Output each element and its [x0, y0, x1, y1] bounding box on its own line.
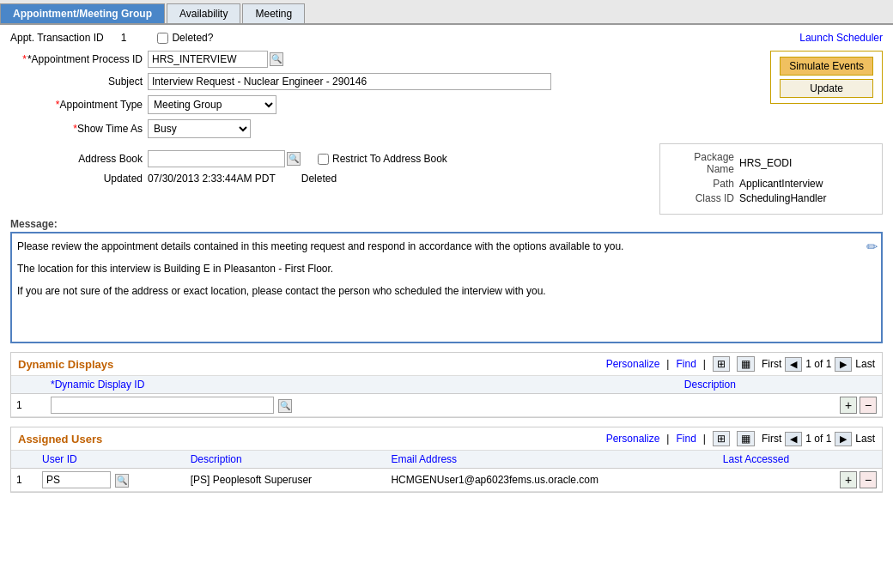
deleted-checkbox-group: Deleted?: [157, 32, 213, 44]
assigned-users-prev-btn[interactable]: ◀: [785, 432, 802, 446]
simulate-panel: Simulate Events Update: [770, 51, 883, 104]
appointment-type-row: *Appointment Type Meeting Group Single: [10, 95, 753, 114]
au-col-email: Email Address: [386, 451, 717, 469]
updated-row: Updated 07/30/2013 2:33:44AM PDT Deleted: [10, 173, 642, 185]
dynamic-displays-find-link[interactable]: Find: [676, 358, 696, 370]
assigned-users-personalize-link[interactable]: Personalize: [606, 433, 660, 445]
au-add-row-btn[interactable]: +: [840, 471, 857, 488]
au-col-num: [11, 451, 37, 469]
appt-process-id-input[interactable]: [148, 51, 268, 68]
top-row: Appt. Transaction ID 1 Deleted? Launch S…: [10, 32, 883, 44]
tab-availability[interactable]: Availability: [167, 3, 240, 23]
au-row-description: [PS] Peoplesoft Superuser: [185, 469, 386, 492]
message-line3: If you are not sure of the address or ex…: [17, 283, 876, 299]
class-id-row: Class ID SchedulingHandler: [671, 192, 872, 204]
subject-row: Subject: [10, 73, 753, 90]
assigned-users-first-label: First: [762, 433, 781, 445]
view-icon[interactable]: ⊞: [713, 356, 730, 372]
au-col-description: Description: [185, 451, 386, 469]
assigned-users-table: User ID Description Email Address Last A…: [11, 451, 882, 492]
path-row: Path ApplicantInterview: [671, 178, 872, 190]
update-button[interactable]: Update: [780, 79, 873, 98]
assigned-users-controls: Personalize | Find | ⊞ ▦ First ◀ 1 of 1 …: [606, 431, 875, 446]
dd-col-description: Description: [679, 376, 835, 394]
au-col-actions: [835, 451, 882, 469]
dynamic-display-id-input[interactable]: [51, 397, 274, 414]
table-row: 1 🔍 [PS] Peoplesoft Superuser HCMGENUser…: [11, 469, 882, 492]
dd-row-display-id[interactable]: 🔍: [46, 394, 679, 417]
restrict-address-book-label: Restrict To Address Book: [332, 153, 447, 165]
package-name-value: HRS_EODI: [739, 157, 792, 169]
address-book-label: Address Book: [10, 153, 148, 165]
deleted-checkbox[interactable]: [157, 33, 168, 44]
dynamic-displays-header-row: *Dynamic Display ID Description: [11, 376, 882, 394]
path-label: Path: [671, 178, 739, 190]
assigned-users-next-btn[interactable]: ▶: [835, 432, 852, 446]
package-panel: Package Name HRS_EODI Path ApplicantInte…: [659, 143, 883, 215]
path-value: ApplicantInterview: [739, 178, 823, 190]
message-line1: Please review the appointment details co…: [17, 239, 876, 254]
package-name-label: Package Name: [671, 151, 739, 175]
au-col-user-id: User ID: [37, 451, 185, 469]
dynamic-displays-table: *Dynamic Display ID Description 1 🔍 +: [11, 376, 882, 417]
show-time-as-select[interactable]: Busy Free Tentative: [148, 119, 251, 138]
dynamic-displays-last-label: Last: [855, 358, 875, 370]
dynamic-displays-title: Dynamic Displays: [18, 358, 113, 371]
tab-appointment-meeting-group[interactable]: Appointment/Meeting Group: [0, 3, 165, 23]
tab-meeting[interactable]: Meeting: [242, 3, 305, 23]
restrict-address-book-checkbox[interactable]: [318, 154, 329, 165]
au-row-actions: + −: [835, 469, 882, 492]
au-grid-icon[interactable]: ▦: [737, 431, 755, 446]
assigned-users-last-label: Last: [855, 433, 875, 445]
deleted-label: Deleted?: [172, 32, 213, 44]
address-book-input[interactable]: [148, 150, 285, 167]
assigned-users-header: Assigned Users Personalize | Find | ⊞ ▦ …: [11, 427, 882, 451]
main-content: Appt. Transaction ID 1 Deleted? Launch S…: [0, 25, 893, 508]
dynamic-displays-nav: First ◀ 1 of 1 ▶ Last: [762, 357, 875, 372]
au-row-user-id[interactable]: 🔍: [37, 469, 185, 492]
table-row: 1 🔍 + −: [11, 394, 882, 417]
assigned-users-header-row: User ID Description Email Address Last A…: [11, 451, 882, 469]
message-label: Message:: [10, 218, 883, 230]
appt-process-id-row: **Appointment Process ID 🔍: [10, 51, 753, 68]
dd-col-display-id: *Dynamic Display ID: [46, 376, 679, 394]
assigned-users-find-link[interactable]: Find: [676, 433, 696, 445]
dd-search-icon[interactable]: 🔍: [278, 399, 292, 413]
dd-add-remove-btns: + −: [840, 397, 877, 414]
address-book-search-icon[interactable]: 🔍: [287, 152, 301, 166]
dynamic-displays-prev-btn[interactable]: ◀: [785, 357, 802, 372]
subject-input[interactable]: [148, 73, 551, 90]
show-time-as-label: *Show Time As: [10, 123, 148, 135]
user-id-input[interactable]: [42, 471, 111, 488]
dd-col-num: [11, 376, 46, 394]
appt-transaction-label: Appt. Transaction ID: [10, 32, 104, 44]
user-id-search-icon[interactable]: 🔍: [115, 474, 129, 488]
launch-scheduler-link[interactable]: Launch Scheduler: [799, 32, 883, 44]
message-box: ✏ Please review the appointment details …: [10, 232, 883, 343]
appointment-type-select[interactable]: Meeting Group Single: [148, 95, 276, 114]
appt-process-id-label: **Appointment Process ID: [10, 53, 148, 65]
dynamic-displays-personalize-link[interactable]: Personalize: [606, 358, 660, 370]
au-row-num: 1: [11, 469, 37, 492]
au-add-remove-btns: + −: [840, 471, 877, 488]
dynamic-displays-section: Dynamic Displays Personalize | Find | ⊞ …: [10, 352, 883, 418]
message-edit-icon[interactable]: ✏: [866, 237, 878, 258]
grid-icon[interactable]: ▦: [737, 356, 755, 372]
package-name-row: Package Name HRS_EODI: [671, 151, 872, 175]
simulate-events-button[interactable]: Simulate Events: [780, 57, 873, 76]
appt-process-id-search-icon[interactable]: 🔍: [270, 52, 283, 66]
class-id-label: Class ID: [671, 192, 739, 204]
updated-value: 07/30/2013 2:33:44AM PDT: [148, 173, 276, 185]
deleted-field-label: Deleted: [301, 173, 337, 185]
assigned-users-section: Assigned Users Personalize | Find | ⊞ ▦ …: [10, 427, 883, 493]
top-row-left: Appt. Transaction ID 1 Deleted?: [10, 32, 213, 44]
au-view-icon[interactable]: ⊞: [713, 431, 730, 446]
class-id-value: SchedulingHandler: [739, 192, 826, 204]
message-line2: The location for this interview is Build…: [17, 261, 876, 276]
dd-remove-row-btn[interactable]: −: [860, 397, 877, 414]
au-remove-row-btn[interactable]: −: [860, 471, 877, 488]
dd-add-row-btn[interactable]: +: [840, 397, 857, 414]
dynamic-displays-next-btn[interactable]: ▶: [835, 357, 852, 372]
appointment-type-label: *Appointment Type: [10, 99, 148, 111]
au-row-last-accessed: [718, 469, 835, 492]
